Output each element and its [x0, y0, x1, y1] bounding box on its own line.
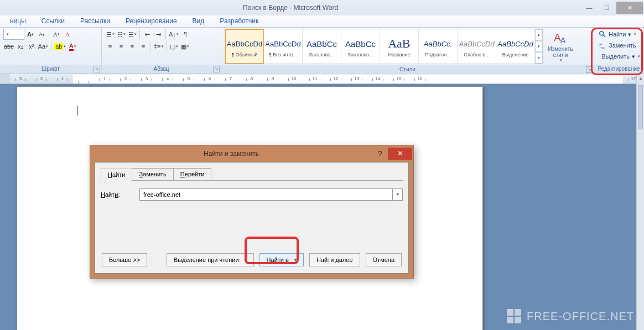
window-title: Поиск в Ворде - Microsoft Word [0, 4, 581, 12]
dialog-title: Найти и заменить [90, 150, 372, 158]
styles-launcher[interactable]: ↘ [586, 66, 593, 73]
font-launcher[interactable]: ↘ [94, 66, 100, 72]
tab-pages[interactable]: ницы [2, 15, 34, 27]
windows-logo-icon [507, 309, 521, 323]
ribbon-tabs: ницы Ссылки Рассылки Рецензирование Вид … [0, 15, 644, 28]
style-heading1[interactable]: AaBbCcЗаголово... [303, 29, 341, 64]
find-in-button[interactable]: Найти в [259, 253, 304, 266]
watermark: FREE-OFFICE.NET [507, 309, 634, 323]
scroll-up-arrow[interactable]: ▴ [637, 74, 644, 83]
ribbon: A▴ A▾ A A abc x₂ x² Aa ab A Шрифт↘ ☰ ☷ [0, 28, 644, 74]
tab-goto[interactable]: Перейти [173, 168, 212, 180]
align-right-button[interactable]: ≡ [127, 41, 137, 52]
style-subtle-emph[interactable]: AaBbCcDdСлабое в... [458, 29, 496, 64]
find-replace-dialog: Найти и заменить ? ✕ Найти Заменить Пере… [90, 145, 414, 279]
group-styles: AaBbCcDd¶ Обычный AaBbCcDd¶ Без инте... … [221, 28, 594, 74]
shading-button[interactable]: ▢ [169, 41, 179, 52]
borders-button[interactable]: ▦ [180, 41, 190, 52]
dialog-titlebar[interactable]: Найти и заменить ? ✕ [90, 145, 413, 162]
style-title[interactable]: АаВНазвание [380, 29, 419, 64]
font-color-button[interactable]: A [67, 41, 77, 52]
clear-format-button[interactable]: A [51, 29, 61, 40]
svg-line-3 [603, 35, 605, 37]
style-subtitle[interactable]: AaBbCc.Подзагол... [419, 29, 458, 64]
change-styles-button[interactable]: AA Изменить стили [547, 30, 574, 62]
clear-all-button[interactable]: A [63, 29, 72, 40]
find-button[interactable]: Найти ▾ [598, 29, 640, 40]
shrink-font-button[interactable]: A▾ [37, 29, 46, 40]
find-next-button[interactable]: Найти далее [309, 253, 360, 266]
vertical-scrollbar[interactable]: ▴ [636, 74, 644, 330]
indent-dec-button[interactable]: ⇤ [142, 29, 152, 40]
style-nospacing[interactable]: AaBbCcDd¶ Без инте... [264, 29, 303, 64]
dialog-tabs: Найти Заменить Перейти [101, 168, 403, 181]
numbering-button[interactable]: ☷ [116, 29, 126, 40]
dialog-close-button[interactable]: ✕ [388, 148, 412, 160]
bullets-button[interactable]: ☰ [105, 29, 115, 40]
group-editing: Найти ▾ abac Заменить Выделить ▾ Редакти… [594, 28, 644, 74]
reading-highlight-button[interactable]: Выделение при чтении [167, 253, 254, 266]
align-justify-button[interactable]: ≡ [138, 41, 148, 52]
styles-gallery[interactable]: AaBbCcDd¶ Обычный AaBbCcDd¶ Без инте... … [225, 29, 543, 64]
sort-button[interactable]: A↓ [168, 29, 179, 40]
close-button[interactable]: ✕ [616, 2, 643, 14]
style-heading2[interactable]: AaBbCcЗаголово... [341, 29, 380, 64]
strike-button[interactable]: abc [3, 41, 14, 52]
scroll-thumb[interactable] [638, 85, 643, 129]
minimize-button[interactable]: — [581, 2, 598, 14]
superscript-button[interactable]: x² [27, 41, 37, 52]
style-normal[interactable]: AaBbCcDd¶ Обычный [225, 29, 264, 64]
maximize-button[interactable]: ☐ [599, 2, 615, 14]
replace-icon: abac [599, 41, 606, 49]
tab-developer[interactable]: Разработчик [212, 15, 266, 27]
align-center-button[interactable]: ≡ [116, 41, 126, 52]
dialog-help-button[interactable]: ? [372, 149, 388, 158]
multilevel-button[interactable]: ☱ [127, 29, 137, 40]
show-marks-button[interactable]: ¶ [180, 29, 190, 40]
more-button[interactable]: Больше >> [102, 253, 147, 266]
group-paragraph: ☰ ☷ ☱ ⇤ ⇥ A↓ ¶ ≡ ≡ ≡ ≡ ‡≡ ▢ ▦ [102, 28, 221, 74]
editing-group-label: Редактирование [594, 65, 643, 74]
paragraph-launcher[interactable]: ↘ [213, 66, 220, 72]
cancel-button[interactable]: Отмена [366, 253, 402, 266]
tab-replace[interactable]: Заменить [132, 168, 173, 180]
select-button[interactable]: Выделить ▾ [598, 51, 640, 62]
find-input[interactable] [140, 189, 392, 200]
svg-point-2 [600, 32, 604, 35]
tab-references[interactable]: Ссылки [34, 15, 72, 27]
styles-group-label: Стили↘ [221, 65, 594, 74]
svg-text:A: A [560, 36, 566, 45]
group-font: A▴ A▾ A A abc x₂ x² Aa ab A Шрифт↘ [0, 28, 102, 74]
font-group-label: Шрифт↘ [0, 65, 101, 74]
find-history-dropdown[interactable]: ▾ [392, 189, 402, 200]
tab-mailings[interactable]: Рассылки [72, 15, 118, 27]
text-cursor [77, 106, 77, 116]
subscript-button[interactable]: x₂ [15, 41, 25, 52]
replace-button[interactable]: abac Заменить [598, 40, 640, 51]
highlight-button[interactable]: ab [54, 41, 66, 52]
tab-find[interactable]: Найти [101, 169, 132, 181]
find-icon [599, 30, 606, 38]
line-spacing-button[interactable]: ‡≡ [153, 41, 164, 52]
paragraph-group-label: Абзац↘ [102, 65, 221, 74]
gallery-scroll[interactable]: ▴▾▾ [535, 29, 543, 64]
select-icon [599, 53, 599, 60]
font-size-box[interactable] [3, 29, 24, 40]
tab-review[interactable]: Рецензирование [118, 15, 185, 27]
tab-view[interactable]: Вид [185, 15, 212, 27]
align-left-button[interactable]: ≡ [105, 41, 115, 52]
indent-inc-button[interactable]: ⇥ [153, 29, 163, 40]
grow-font-button[interactable]: A▴ [25, 29, 35, 40]
style-emphasis[interactable]: AaBbCcDdВыделение [496, 29, 535, 64]
title-bar: Поиск в Ворде - Microsoft Word — ☐ ✕ [0, 0, 644, 15]
find-label: Найти: [101, 191, 128, 198]
ruler[interactable]: 3 2 1 1 2 3 4 5 6 7 8 9 10 11 12 13 14 1… [0, 74, 644, 84]
change-case-button[interactable]: Aa [38, 41, 49, 52]
find-input-wrap: ▾ [139, 188, 403, 201]
svg-text:ac: ac [601, 45, 605, 49]
